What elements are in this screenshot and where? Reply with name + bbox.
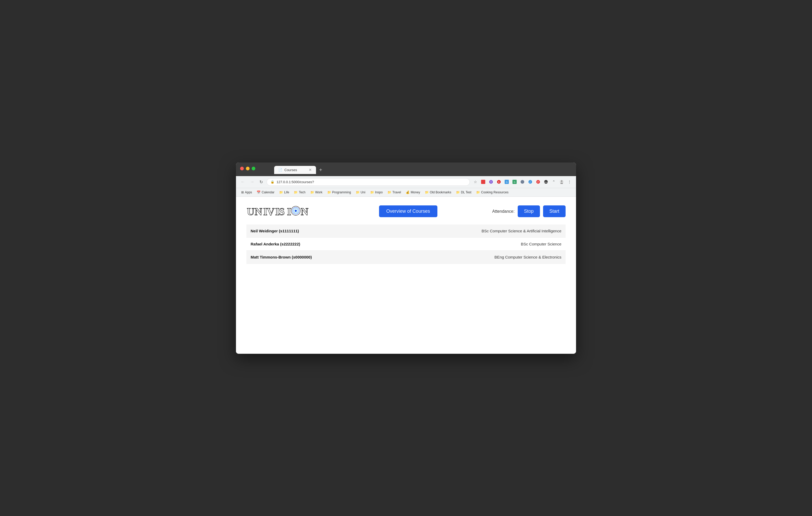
title-bar: 📄 Courses ✕ + (236, 163, 576, 176)
nav-actions: ☆ V B G (472, 178, 573, 185)
svg-text:G: G (506, 181, 508, 183)
student-name: Rafael Anderka (s2222222) (251, 242, 300, 246)
svg-point-17 (561, 180, 562, 182)
folder-icon-uni: 📁 (356, 191, 360, 194)
bookmark-travel[interactable]: 📁 Travel (385, 190, 403, 195)
bookmark-inspo[interactable]: 📁 Inspo (368, 190, 385, 195)
svg-text:N: N (301, 206, 309, 217)
bookmark-apps[interactable]: ⊞ Apps (239, 190, 254, 195)
close-button[interactable] (240, 167, 244, 170)
student-name: Neil Weidinger (s1111111) (251, 229, 299, 233)
folder-icon-tech: 📁 (294, 191, 298, 194)
bookmarks-bar: ⊞ Apps 📅 Calendar 📁 Life 📁 Tech 📁 Work 📁… (236, 188, 576, 197)
univision-logo: .logo-char { font-family: Georgia, serif… (246, 205, 324, 217)
ext8-button[interactable]: P (535, 178, 542, 185)
ext6-button[interactable] (519, 178, 526, 185)
maximize-button[interactable] (252, 167, 255, 170)
student-program: BSc Computer Science & Artificial Intell… (482, 229, 561, 233)
svg-text:P: P (537, 181, 539, 183)
svg-point-29 (295, 209, 297, 212)
ext9-button[interactable]: 90m (543, 178, 549, 185)
svg-text:S: S (279, 206, 285, 217)
folder-icon-dl: 📁 (456, 191, 460, 194)
student-program: BSc Computer Science (521, 242, 561, 246)
svg-text:V: V (267, 206, 275, 217)
bookmark-old-bookmarks[interactable]: 📁 Old Bookmarks (423, 190, 453, 195)
header-center: Overview of Courses (329, 205, 487, 217)
bookmark-calendar[interactable]: 📅 Calendar (255, 190, 277, 195)
bookmark-dl-test[interactable]: 📁 DL Test (454, 190, 473, 195)
tab-icon: 📄 (278, 168, 282, 172)
active-tab[interactable]: 📄 Courses ✕ (274, 166, 316, 174)
nav-bar: ← → ↻ 🔒 127.0.0.1:5000/courses? ☆ V (236, 176, 576, 188)
stop-button[interactable]: Stop (518, 205, 540, 217)
page-content: .logo-char { font-family: Georgia, serif… (236, 197, 576, 354)
folder-icon-cooking: 📁 (476, 191, 480, 194)
folder-icon-programming: 📁 (327, 191, 331, 194)
calendar-icon: 📅 (257, 191, 261, 194)
ext10-button[interactable]: ⌃ (550, 178, 557, 185)
student-name: Matt Timmons-Brown (s0000000) (251, 255, 312, 259)
ext5-button[interactable]: G (511, 178, 518, 185)
ext2-button[interactable]: V (488, 178, 494, 185)
folder-icon-work: 📁 (310, 191, 314, 194)
ext7-button[interactable]: ✓ (527, 178, 534, 185)
tab-title: Courses (284, 168, 297, 172)
bookmark-work[interactable]: 📁 Work (308, 190, 325, 195)
svg-text:✓: ✓ (529, 181, 531, 183)
back-button[interactable]: ← (239, 178, 246, 185)
lock-icon: 🔒 (270, 180, 274, 184)
logo-area: .logo-char { font-family: Georgia, serif… (246, 205, 324, 218)
bookmark-tech[interactable]: 📁 Tech (292, 190, 308, 195)
folder-icon-life: 📁 (279, 191, 283, 194)
bookmark-programming[interactable]: 📁 Programming (325, 190, 353, 195)
svg-text:V: V (490, 180, 492, 183)
tab-close-button[interactable]: ✕ (309, 168, 312, 172)
svg-text:B: B (498, 181, 500, 183)
bookmark-uni[interactable]: 📁 Uni (354, 190, 368, 195)
student-list: Neil Weidinger (s1111111) BSc Computer S… (246, 225, 566, 264)
browser-window: 📄 Courses ✕ + ← → ↻ 🔒 127.0.0.1:5000/cou… (236, 163, 576, 354)
overview-courses-button[interactable]: Overview of Courses (379, 205, 437, 217)
svg-text:90m: 90m (544, 181, 548, 183)
app-header: .logo-char { font-family: Georgia, serif… (246, 205, 566, 218)
bookmark-star-button[interactable]: ☆ (472, 178, 479, 185)
folder-icon-old: 📁 (425, 191, 429, 194)
ext4-button[interactable]: G (503, 178, 510, 185)
apps-grid-icon: ⊞ (241, 191, 244, 194)
attendance-controls: Attendance: Stop Start (492, 205, 566, 217)
reload-button[interactable]: ↻ (258, 178, 264, 185)
svg-rect-0 (481, 180, 485, 184)
tab-bar: 📄 Courses ✕ + (274, 166, 325, 174)
bookmark-cooking[interactable]: 📁 Cooking Resources (474, 190, 511, 195)
ext1-button[interactable] (480, 178, 487, 185)
address-bar[interactable]: 🔒 127.0.0.1:5000/courses? (267, 178, 470, 186)
forward-button[interactable]: → (249, 178, 256, 185)
folder-icon-travel: 📁 (387, 191, 392, 194)
bookmark-life[interactable]: 📁 Life (277, 190, 291, 195)
money-icon: 💰 (406, 191, 410, 194)
attendance-label: Attendance: (492, 209, 515, 214)
svg-point-9 (521, 180, 524, 184)
folder-icon-inspo: 📁 (370, 191, 374, 194)
window-controls (240, 167, 255, 170)
bookmark-money[interactable]: 💰 Money (404, 190, 422, 195)
student-row: Matt Timmons-Brown (s0000000) BEng Compu… (246, 251, 566, 264)
student-row: Rafael Anderka (s2222222) BSc Computer S… (246, 237, 566, 251)
svg-text:N: N (255, 206, 263, 217)
svg-text:I: I (287, 206, 291, 217)
start-button[interactable]: Start (543, 205, 566, 217)
student-program: BEng Computer Science & Electronics (494, 255, 561, 259)
svg-text:U: U (247, 206, 255, 217)
minimize-button[interactable] (246, 167, 250, 170)
svg-text:G: G (514, 181, 515, 183)
new-tab-button[interactable]: + (317, 166, 325, 174)
profile-button[interactable] (558, 178, 565, 185)
url-text: 127.0.0.1:5000/courses? (277, 180, 314, 184)
menu-button[interactable]: ⋮ (566, 178, 573, 185)
student-row: Neil Weidinger (s1111111) BSc Computer S… (246, 225, 566, 237)
ext3-button[interactable]: B (495, 178, 502, 185)
